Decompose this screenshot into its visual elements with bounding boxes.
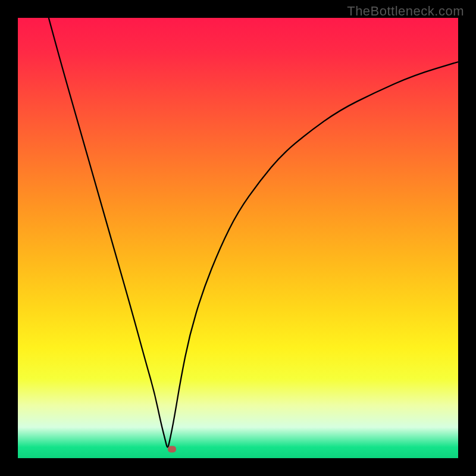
plot-area	[18, 18, 458, 458]
curve-svg	[18, 18, 458, 458]
optimum-marker	[168, 446, 176, 453]
bottleneck-curve	[49, 18, 458, 447]
watermark-text: TheBottleneck.com	[347, 4, 464, 19]
